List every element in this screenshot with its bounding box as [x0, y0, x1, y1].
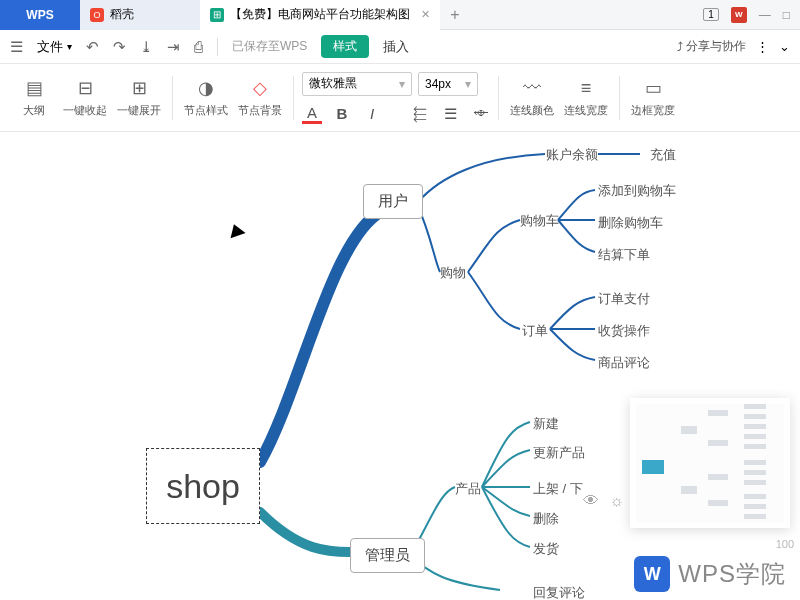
- titlebar: WPS O 稻壳 ⊞ 【免费】电商网站平台功能架构图 ✕ + 1 W — □: [0, 0, 800, 30]
- close-tab-icon[interactable]: ✕: [421, 8, 430, 21]
- redo-icon[interactable]: ↷: [113, 38, 126, 56]
- hamburger-icon[interactable]: ☰: [10, 38, 23, 56]
- wps-watermark-logo: W: [634, 556, 670, 592]
- flame-icon: O: [90, 8, 104, 22]
- leaf-prod-shelf[interactable]: 上架 / 下: [533, 480, 583, 498]
- titlebar-right: 1 W — □: [703, 7, 800, 23]
- divider: [498, 76, 499, 120]
- watermark-text: WPS学院: [678, 558, 786, 590]
- eye-icon[interactable]: 👁: [583, 492, 599, 510]
- leaf-order-review[interactable]: 商品评论: [598, 354, 650, 372]
- leaf-prod-update[interactable]: 更新产品: [533, 444, 585, 462]
- leaf-cart-add[interactable]: 添加到购物车: [598, 182, 676, 200]
- export-icon[interactable]: ⇥: [167, 38, 180, 56]
- node-style-icon: ◑: [198, 77, 214, 99]
- undo-icon[interactable]: ↶: [86, 38, 99, 56]
- file-menu[interactable]: 文件▾: [37, 38, 72, 56]
- node-user[interactable]: 用户: [363, 184, 423, 219]
- mindmap-icon: ⊞: [210, 8, 224, 22]
- divider: [172, 76, 173, 120]
- save-status: 已保存至WPS: [232, 38, 307, 55]
- leaf-reply-review[interactable]: 回复评论: [533, 584, 585, 600]
- chevron-down-icon: ▾: [399, 77, 405, 91]
- minimap-controls: 👁 ☼: [583, 492, 624, 510]
- font-color-button[interactable]: A: [302, 104, 322, 124]
- node-bg-button[interactable]: ◇节点背景: [235, 70, 285, 126]
- leaf-cart-del[interactable]: 删除购物车: [598, 214, 663, 232]
- divider: [217, 38, 218, 56]
- bold-button[interactable]: B: [332, 105, 352, 122]
- download-icon[interactable]: ⤓: [140, 38, 153, 56]
- zoom-level: 100: [776, 538, 794, 550]
- sun-icon[interactable]: ☼: [609, 492, 624, 510]
- maximize-button[interactable]: □: [783, 8, 790, 22]
- print-icon[interactable]: ⎙: [194, 38, 203, 55]
- minimap-body: [636, 404, 784, 522]
- share-icon: ⤴: [677, 40, 683, 54]
- cursor-icon: [226, 222, 245, 239]
- new-tab-button[interactable]: +: [440, 6, 470, 24]
- italic-button[interactable]: I: [362, 105, 382, 122]
- divider: [293, 76, 294, 120]
- font-family-select[interactable]: 微软雅黑▾: [302, 72, 412, 96]
- align-center-button[interactable]: ☰: [440, 105, 460, 123]
- node-account-balance[interactable]: 账户余额: [546, 146, 598, 164]
- style-tab[interactable]: 样式: [321, 35, 369, 58]
- node-cart[interactable]: 购物车: [520, 212, 559, 230]
- node-product[interactable]: 产品: [455, 480, 481, 498]
- share-button[interactable]: ⤴ 分享与协作: [677, 38, 746, 55]
- align-left-button[interactable]: ⬱: [410, 105, 430, 123]
- chevron-down-icon[interactable]: ⌄: [779, 39, 790, 54]
- node-shopping[interactable]: 购物: [440, 264, 466, 282]
- chevron-down-icon: ▾: [67, 41, 72, 52]
- line-width-icon: ≡: [581, 77, 592, 99]
- menubar: ☰ 文件▾ ↶ ↷ ⤓ ⇥ ⎙ 已保存至WPS 样式 插入 ⤴ 分享与协作 ⋮ …: [0, 30, 800, 64]
- line-color-button[interactable]: 〰连线颜色: [507, 70, 557, 126]
- leaf-prod-del[interactable]: 删除: [533, 510, 559, 528]
- leaf-order-receive[interactable]: 收货操作: [598, 322, 650, 340]
- align-right-button[interactable]: ⬲: [470, 105, 490, 122]
- leaf-recharge[interactable]: 充值: [650, 146, 676, 164]
- tab-daoke-label: 稻壳: [110, 6, 134, 23]
- outline-button[interactable]: ▤大纲: [12, 70, 56, 126]
- mindmap-root-node[interactable]: shop: [146, 448, 260, 524]
- node-order[interactable]: 订单: [522, 322, 548, 340]
- divider: [619, 76, 620, 120]
- tab-wps[interactable]: WPS: [0, 0, 80, 30]
- tab-daoke[interactable]: O 稻壳: [80, 0, 200, 30]
- node-style-button[interactable]: ◑节点样式: [181, 70, 231, 126]
- collapse-icon: ⊟: [78, 77, 93, 99]
- collapse-all-button[interactable]: ⊟一键收起: [60, 70, 110, 126]
- minimap[interactable]: [630, 398, 790, 528]
- expand-all-button[interactable]: ⊞一键展开: [114, 70, 164, 126]
- minimize-button[interactable]: —: [759, 8, 771, 22]
- leaf-prod-new[interactable]: 新建: [533, 415, 559, 433]
- leaf-cart-checkout[interactable]: 结算下单: [598, 246, 650, 264]
- line-width-button[interactable]: ≡连线宽度: [561, 70, 611, 126]
- leaf-order-pay[interactable]: 订单支付: [598, 290, 650, 308]
- line-color-icon: 〰: [523, 77, 541, 99]
- font-size-select[interactable]: 34px▾: [418, 72, 478, 96]
- chevron-down-icon: ▾: [465, 77, 471, 91]
- tab-document-label: 【免费】电商网站平台功能架构图: [230, 6, 410, 23]
- text-format-group: 微软雅黑▾ 34px▾ A B I ⬱ ☰ ⬲: [302, 72, 490, 124]
- more-icon[interactable]: ⋮: [756, 39, 769, 54]
- border-width-icon: ▭: [645, 77, 662, 99]
- node-bg-icon: ◇: [253, 77, 267, 99]
- wps-logo-icon[interactable]: W: [731, 7, 747, 23]
- window-count[interactable]: 1: [703, 8, 719, 21]
- tab-document[interactable]: ⊞ 【免费】电商网站平台功能架构图 ✕: [200, 0, 440, 30]
- node-admin[interactable]: 管理员: [350, 538, 425, 573]
- insert-tab[interactable]: 插入: [383, 38, 409, 56]
- watermark: W WPS学院: [634, 556, 786, 592]
- outline-icon: ▤: [26, 77, 43, 99]
- leaf-ship[interactable]: 发货: [533, 540, 559, 558]
- toolbar: ▤大纲 ⊟一键收起 ⊞一键展开 ◑节点样式 ◇节点背景 微软雅黑▾ 34px▾ …: [0, 64, 800, 132]
- expand-icon: ⊞: [132, 77, 147, 99]
- mindmap-canvas[interactable]: shop 用户 管理员 账户余额 充值 购物 购物车 订单 添加到购物车 删除购…: [0, 132, 800, 600]
- border-width-button[interactable]: ▭边框宽度: [628, 70, 678, 126]
